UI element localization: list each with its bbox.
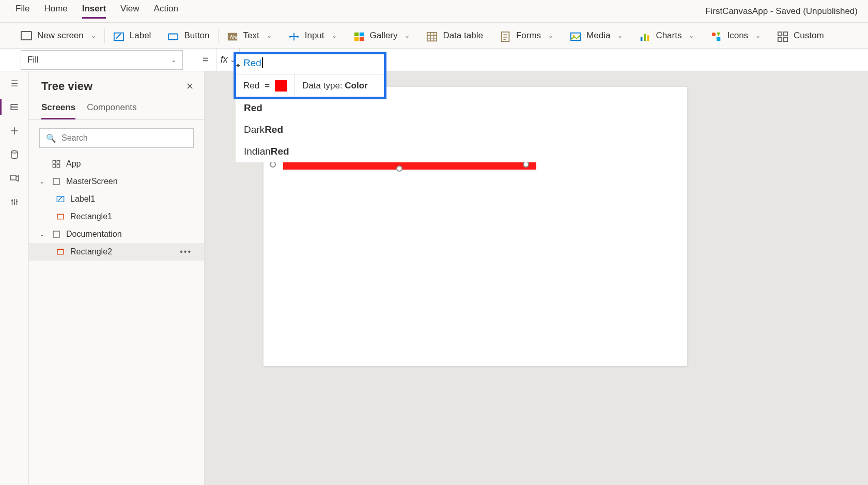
icons-label: Icons bbox=[727, 31, 748, 41]
svg-rect-1 bbox=[168, 34, 178, 39]
formula-input-highlight: Red Red = Data type: Color bbox=[234, 52, 386, 99]
new-screen-button[interactable]: New screen ⌄ bbox=[12, 23, 104, 48]
media-rail-icon[interactable] bbox=[9, 174, 20, 183]
chevron-down-icon: ⌄ bbox=[91, 32, 96, 39]
chevron-down-icon[interactable]: ⌄ bbox=[39, 231, 47, 238]
charts-label: Charts bbox=[656, 31, 681, 41]
node-label: Rectangle2 bbox=[70, 247, 112, 256]
svg-rect-18 bbox=[717, 37, 720, 40]
more-icon[interactable]: ••• bbox=[180, 247, 198, 256]
formula-input[interactable]: Red bbox=[236, 54, 384, 75]
charts-button[interactable]: Charts ⌄ bbox=[631, 23, 702, 48]
label-button[interactable]: Label bbox=[105, 23, 160, 48]
custom-button[interactable]: Custom bbox=[769, 23, 832, 48]
svg-rect-7 bbox=[359, 32, 363, 36]
datatable-button[interactable]: Data table bbox=[418, 23, 491, 48]
svg-rect-14 bbox=[641, 37, 643, 41]
svg-rect-22 bbox=[784, 37, 787, 41]
tree-node-masterscreen[interactable]: ⌄ MasterScreen bbox=[29, 173, 204, 190]
datatable-icon bbox=[426, 31, 438, 40]
svg-rect-28 bbox=[53, 160, 55, 163]
svg-rect-21 bbox=[778, 37, 782, 41]
media-icon bbox=[570, 31, 581, 40]
menu-action[interactable]: Action bbox=[154, 4, 178, 19]
button-button[interactable]: Button bbox=[159, 23, 218, 48]
svg-rect-24 bbox=[10, 175, 16, 180]
tree-title: Tree view bbox=[41, 80, 92, 93]
search-input[interactable] bbox=[61, 133, 187, 143]
icons-button[interactable]: Icons ⌄ bbox=[702, 23, 769, 48]
property-selector[interactable]: Fill ⌄ bbox=[21, 50, 183, 70]
svg-point-5 bbox=[297, 36, 299, 38]
fx-icon: fx bbox=[221, 54, 228, 65]
menu-home[interactable]: Home bbox=[44, 4, 67, 19]
svg-point-27 bbox=[16, 201, 18, 202]
menu-file[interactable]: File bbox=[16, 4, 29, 19]
chevron-down-icon: ⌄ bbox=[548, 32, 553, 39]
svg-rect-35 bbox=[53, 231, 59, 237]
settings-rail-icon[interactable] bbox=[9, 198, 20, 207]
tree-node-app[interactable]: App bbox=[29, 155, 204, 173]
tree-node-documentation[interactable]: ⌄ Documentation bbox=[29, 225, 204, 243]
svg-rect-15 bbox=[644, 34, 646, 41]
text-icon: Abc bbox=[227, 31, 238, 40]
datatable-label: Data table bbox=[443, 31, 483, 41]
forms-button[interactable]: Forms ⌄ bbox=[491, 23, 562, 48]
svg-point-23 bbox=[11, 151, 18, 154]
checkbox-icon[interactable] bbox=[52, 177, 61, 186]
custom-icon bbox=[777, 31, 788, 40]
tree-search[interactable]: 🔍 bbox=[39, 128, 194, 148]
tree-view-icon[interactable] bbox=[9, 102, 20, 112]
input-label: Input bbox=[305, 31, 324, 41]
tree-node-rectangle2[interactable]: Rectangle2 ••• bbox=[29, 243, 204, 261]
tab-screens[interactable]: Screens bbox=[41, 99, 75, 119]
datatype-value: Color bbox=[345, 81, 367, 90]
autocomplete-item[interactable]: DarkRed bbox=[236, 119, 566, 141]
node-label: MasterScreen bbox=[66, 177, 118, 186]
chevron-down-icon[interactable]: ⌄ bbox=[39, 178, 47, 185]
input-button[interactable]: Input ⌄ bbox=[280, 23, 345, 48]
node-label: Documentation bbox=[66, 230, 122, 239]
data-icon[interactable] bbox=[9, 150, 20, 159]
equals-sign: = bbox=[195, 54, 216, 66]
custom-label: Custom bbox=[794, 31, 824, 41]
app-title: FirstCanvasApp - Saved (Unpublished) bbox=[705, 6, 858, 17]
label-icon bbox=[56, 195, 65, 203]
tab-components[interactable]: Components bbox=[87, 99, 136, 119]
ribbon: New screen ⌄ Label Button Abc Text ⌄ Inp… bbox=[0, 23, 868, 49]
svg-rect-19 bbox=[778, 32, 782, 35]
menu-view[interactable]: View bbox=[120, 4, 140, 19]
media-button[interactable]: Media ⌄ bbox=[562, 23, 631, 48]
text-button[interactable]: Abc Text ⌄ bbox=[219, 23, 280, 48]
button-icon bbox=[167, 31, 179, 40]
gallery-button[interactable]: Gallery ⌄ bbox=[345, 23, 419, 48]
resize-handle-middle[interactable] bbox=[396, 165, 402, 172]
chevron-down-icon: ⌄ bbox=[755, 32, 761, 39]
svg-rect-10 bbox=[427, 32, 437, 41]
tree-node-rectangle1[interactable]: Rectangle1 bbox=[29, 208, 204, 225]
close-icon[interactable]: ✕ bbox=[186, 81, 194, 92]
svg-rect-32 bbox=[53, 178, 59, 185]
datatype-label: Data type: bbox=[302, 81, 345, 90]
autocomplete-item[interactable]: IndianRed bbox=[236, 141, 566, 162]
screen-icon bbox=[21, 31, 32, 40]
autocomplete-item[interactable]: Red bbox=[236, 97, 566, 119]
svg-point-4 bbox=[289, 36, 291, 38]
property-name: Fill bbox=[27, 55, 39, 65]
plus-icon[interactable] bbox=[9, 126, 20, 135]
chevron-down-icon: ⌄ bbox=[171, 56, 176, 64]
new-screen-label: New screen bbox=[37, 31, 84, 41]
tree-node-label1[interactable]: Label1 bbox=[29, 190, 204, 208]
formula-bar: Fill ⌄ = fx ⌄ bbox=[0, 49, 868, 71]
svg-text:Abc: Abc bbox=[229, 34, 238, 40]
forms-label: Forms bbox=[516, 31, 541, 41]
chevron-down-icon: ⌄ bbox=[617, 32, 623, 39]
checkbox-icon[interactable] bbox=[52, 230, 61, 238]
menu-insert[interactable]: Insert bbox=[82, 4, 106, 19]
svg-rect-9 bbox=[359, 37, 363, 40]
color-swatch bbox=[275, 80, 287, 92]
chevron-down-icon: ⌄ bbox=[689, 32, 694, 39]
hamburger-icon[interactable]: ☰ bbox=[9, 79, 20, 88]
button-label: Button bbox=[184, 31, 209, 41]
node-label: Rectangle1 bbox=[70, 212, 112, 221]
